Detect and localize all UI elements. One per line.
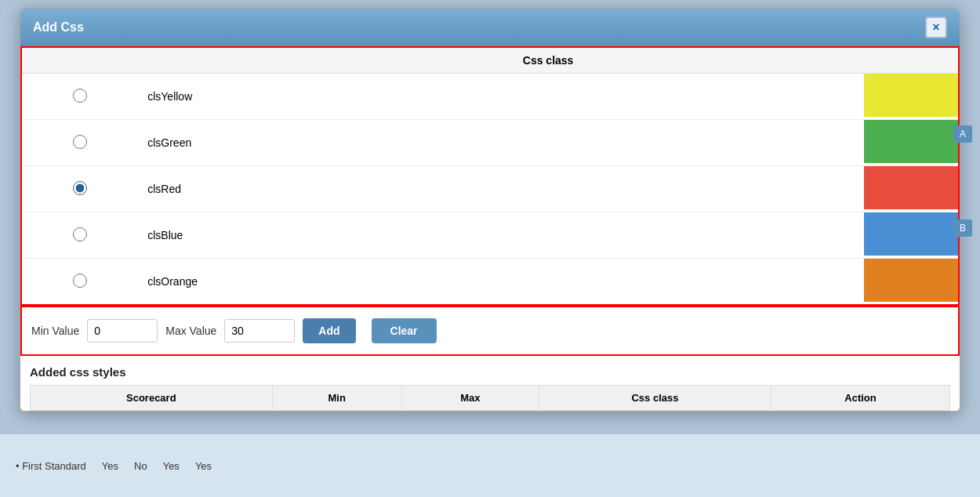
min-value-input[interactable]: [87, 319, 158, 343]
bg-col-1: Yes: [102, 460, 118, 472]
min-value-label: Min Value: [31, 325, 79, 337]
background-content: • First Standard Yes No Yes Yes: [0, 434, 980, 497]
form-row: Min Value Max Value Add Clear: [20, 306, 960, 356]
radio-cell-red[interactable]: [21, 166, 138, 212]
bg-row-label: • First Standard: [16, 460, 86, 472]
color-swatch-yellow: [864, 74, 958, 117]
modal-title: Add Css: [33, 20, 84, 34]
radio-red[interactable]: [73, 181, 87, 195]
col-min: Min: [272, 386, 401, 411]
clear-button[interactable]: Clear: [372, 318, 437, 343]
radio-orange[interactable]: [73, 274, 87, 288]
background-row: • First Standard Yes No Yes Yes: [16, 460, 212, 472]
side-panel-a: A: [953, 125, 972, 143]
add-button[interactable]: Add: [303, 318, 355, 343]
name-cell-orange: clsOrange: [138, 259, 723, 306]
radio-yellow[interactable]: [73, 89, 87, 103]
bg-col-2: No: [134, 460, 147, 472]
name-cell-red: clsRed: [138, 166, 723, 212]
bg-col-3: Yes: [163, 460, 180, 472]
css-class-col-header: Css class: [138, 47, 959, 74]
color-cell-red: [723, 166, 959, 212]
color-cell-yellow: [723, 74, 959, 120]
col-css-class: Css class: [539, 386, 771, 411]
radio-cell-blue[interactable]: [21, 212, 138, 259]
modal-header: Add Css ×: [20, 9, 960, 46]
radio-cell-green[interactable]: [21, 120, 138, 166]
name-cell-green: clsGreen: [138, 120, 723, 166]
radio-col-header: [21, 47, 138, 74]
modal-overlay: • First Standard Yes No Yes Yes A B Add …: [0, 0, 980, 497]
table-row: clsRed: [21, 166, 959, 212]
add-css-modal: Add Css × Css class: [20, 8, 960, 412]
max-value-label: Max Value: [165, 325, 216, 337]
added-styles-table: Scorecard Min Max Css class Action: [30, 385, 950, 411]
radio-green[interactable]: [73, 135, 87, 149]
color-swatch-red: [864, 166, 958, 209]
color-swatch-orange: [864, 259, 958, 302]
color-swatch-blue: [864, 212, 958, 256]
radio-blue[interactable]: [73, 227, 87, 241]
modal-body: Css class clsYellow: [20, 46, 960, 411]
color-cell-orange: [723, 259, 959, 306]
added-section-title: Added css styles: [30, 365, 950, 379]
col-max: Max: [401, 386, 539, 411]
table-row: clsOrange: [21, 259, 959, 306]
table-row: clsBlue: [21, 212, 959, 259]
col-scorecard: Scorecard: [31, 386, 273, 411]
close-button[interactable]: ×: [925, 16, 947, 38]
css-class-table: Css class clsYellow: [20, 46, 960, 306]
radio-cell-yellow[interactable]: [21, 74, 138, 120]
name-cell-yellow: clsYellow: [138, 74, 723, 120]
table-row: clsGreen: [21, 120, 959, 166]
name-cell-blue: clsBlue: [138, 212, 723, 259]
color-swatch-green: [864, 120, 958, 163]
table-row: clsYellow: [21, 74, 959, 120]
col-action: Action: [771, 386, 949, 411]
color-cell-blue: [723, 212, 959, 259]
max-value-input[interactable]: [224, 319, 295, 343]
added-css-section: Added css styles Scorecard Min Max Css c…: [20, 356, 960, 411]
color-cell-green: [723, 120, 959, 166]
bg-col-4: Yes: [195, 460, 212, 472]
radio-cell-orange[interactable]: [21, 259, 138, 306]
side-panel-b: B: [953, 219, 972, 237]
